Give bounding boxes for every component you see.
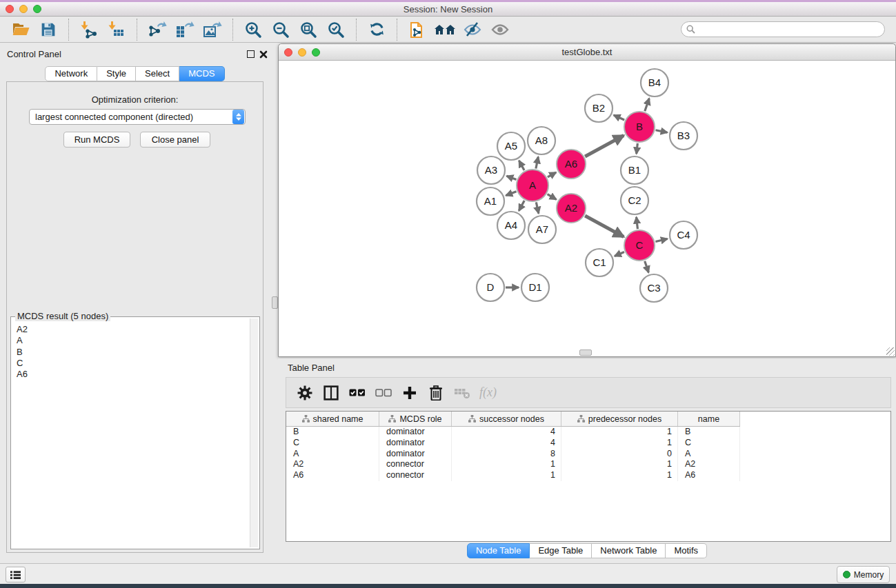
cell-name[interactable]: A2 [678, 459, 740, 470]
tab-motifs[interactable]: Motifs [666, 543, 707, 558]
graph-edge-A-A2[interactable] [548, 194, 557, 200]
graph-edge-A-A4[interactable] [519, 201, 524, 211]
tab-network[interactable]: Network [45, 66, 97, 81]
cell-successor-nodes[interactable]: 8 [452, 449, 561, 460]
cell-name[interactable]: B [678, 427, 740, 438]
column-header-shared-name[interactable]: shared name [286, 412, 379, 426]
close-panel-icon[interactable] [259, 50, 268, 59]
graph-node-B[interactable]: B [624, 112, 655, 142]
graph-node-D[interactable]: D [477, 274, 504, 301]
cell-successor-nodes[interactable]: 4 [452, 438, 561, 449]
result-scrollbar[interactable] [250, 318, 258, 547]
window-resize-grip[interactable] [886, 347, 895, 356]
cell-shared-name[interactable]: A [286, 449, 379, 460]
graph-edge-B-B1[interactable] [637, 143, 638, 154]
zoom-out-icon[interactable] [270, 19, 292, 41]
mcds-result-item[interactable]: A6 [17, 369, 249, 380]
graph-node-C2[interactable]: C2 [621, 187, 648, 214]
new-network-from-selection-icon[interactable] [406, 19, 428, 41]
graph-edge-A-A1[interactable] [506, 192, 516, 196]
import-table-icon[interactable] [106, 19, 128, 41]
graph-edge-C-C4[interactable] [655, 239, 667, 241]
graph-edge-C-C1[interactable] [615, 252, 624, 256]
run-mcds-button[interactable]: Run MCDS [63, 132, 130, 148]
graph-edge-B-B3[interactable] [656, 130, 668, 132]
graph-edge-A-A3[interactable] [507, 176, 517, 179]
graph-node-A7[interactable]: A7 [528, 216, 556, 243]
cell-predecessor-nodes[interactable]: 1 [561, 459, 678, 470]
table-settings-gear-icon[interactable] [295, 383, 315, 403]
cell-shared-name[interactable]: B [286, 427, 379, 438]
show-all-icon[interactable] [489, 19, 511, 41]
cell-shared-name[interactable]: A6 [286, 470, 379, 481]
zoom-selected-icon[interactable] [325, 19, 347, 41]
delete-column-trash-icon[interactable] [426, 383, 446, 403]
export-network-icon[interactable] [146, 19, 168, 41]
graph-node-B2[interactable]: B2 [585, 94, 613, 122]
cell-successor-nodes[interactable]: 4 [452, 427, 561, 438]
graph-edge-A6-B[interactable] [585, 135, 624, 156]
graph-node-A5[interactable]: A5 [497, 132, 525, 160]
graph-node-A[interactable]: A [517, 170, 548, 201]
graph-edge-A2-C[interactable] [585, 216, 624, 237]
tab-network-table[interactable]: Network Table [592, 543, 666, 558]
vertical-splitter-handle[interactable] [272, 296, 278, 309]
graph-edge-C-C2[interactable] [637, 217, 638, 229]
deselect-all-rows-icon[interactable] [373, 383, 394, 403]
graph-node-C[interactable]: C [624, 230, 655, 261]
cell-name[interactable]: A6 [678, 470, 740, 481]
column-header-name[interactable]: name [678, 412, 740, 426]
cell-predecessor-nodes[interactable]: 0 [561, 449, 678, 460]
graph-node-C4[interactable]: C4 [670, 221, 697, 249]
graph-node-A1[interactable]: A1 [477, 187, 504, 215]
cell-predecessor-nodes[interactable]: 1 [561, 470, 678, 481]
horizontal-splitter-handle[interactable] [579, 349, 592, 356]
cell-shared-name[interactable]: A2 [286, 459, 379, 470]
cell-name[interactable]: C [678, 438, 740, 449]
close-panel-button[interactable]: Close panel [140, 132, 210, 148]
add-column-icon[interactable] [399, 383, 420, 403]
mcds-result-item[interactable]: A2 [17, 324, 249, 335]
cell-predecessor-nodes[interactable]: 1 [561, 427, 678, 438]
cell-mcds-role[interactable]: dominator [379, 427, 452, 438]
mcds-result-item[interactable]: A [17, 335, 249, 346]
graph-node-C3[interactable]: C3 [640, 274, 668, 302]
graph-edge-A-A6[interactable] [548, 172, 556, 177]
graph-edge-A-A8[interactable] [536, 157, 538, 169]
cell-name[interactable]: A [678, 449, 740, 460]
graph-edge-A-A7[interactable] [536, 202, 539, 213]
graph-edge-C-C3[interactable] [645, 261, 649, 273]
zoom-fit-icon[interactable] [297, 19, 319, 41]
graph-node-B3[interactable]: B3 [670, 122, 697, 150]
tab-edge-table[interactable]: Edge Table [530, 543, 592, 558]
graph-node-A4[interactable]: A4 [497, 212, 525, 239]
export-image-icon[interactable] [201, 19, 223, 41]
float-panel-icon[interactable] [247, 50, 255, 58]
column-header-successor-nodes[interactable]: successor nodes [452, 412, 561, 426]
network-canvas[interactable]: B4B2BB3A8A5A6A3B1AA1C2A2A4A7C4CC1C3DD1 [279, 61, 895, 356]
graph-node-B4[interactable]: B4 [641, 69, 668, 97]
refresh-icon[interactable] [366, 19, 388, 41]
graph-edge-B-B2[interactable] [614, 115, 624, 120]
graph-edge-A-A5[interactable] [519, 161, 524, 170]
cell-successor-nodes[interactable]: 1 [452, 470, 561, 481]
cell-mcds-role[interactable]: dominator [379, 449, 452, 460]
graph-edge-B-B4[interactable] [645, 99, 649, 112]
tab-style[interactable]: Style [97, 66, 136, 81]
graph-node-A6[interactable]: A6 [557, 150, 586, 179]
cell-shared-name[interactable]: C [286, 438, 379, 449]
save-session-icon[interactable] [37, 19, 59, 41]
cell-successor-nodes[interactable]: 1 [452, 459, 561, 470]
search-input[interactable] [681, 21, 885, 37]
graph-node-A2[interactable]: A2 [557, 194, 586, 223]
task-history-button[interactable] [6, 567, 26, 582]
tab-mcds[interactable]: MCDS [179, 66, 224, 81]
tab-select[interactable]: Select [136, 66, 179, 81]
graph-node-D1[interactable]: D1 [521, 274, 549, 301]
cell-mcds-role[interactable]: connector [379, 470, 452, 481]
graph-node-A8[interactable]: A8 [528, 127, 555, 154]
cell-mcds-role[interactable]: dominator [379, 438, 452, 449]
tab-node-table[interactable]: Node Table [467, 543, 530, 558]
show-columns-icon[interactable] [321, 383, 341, 403]
select-all-rows-icon[interactable] [347, 383, 368, 403]
